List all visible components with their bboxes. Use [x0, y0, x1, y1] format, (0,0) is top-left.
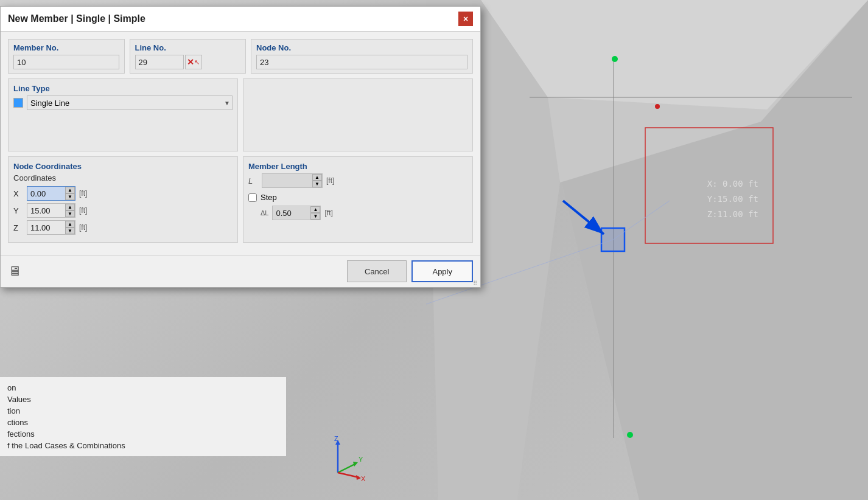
new-member-dialog: New Member | Single | Simple × Member No…: [0, 6, 481, 288]
line-no-input[interactable]: [135, 55, 184, 69]
svg-text:Y: Y: [359, 456, 363, 463]
node-no-label: Node No.: [256, 43, 467, 52]
footer-left: 🖥: [8, 263, 21, 279]
svg-point-8: [612, 56, 618, 62]
line-type-right-empty: [243, 78, 473, 151]
y-spinner-down[interactable]: ▼: [65, 210, 75, 217]
top-fields-row: Member No. Line No. ✕ ↖ Node No.: [8, 39, 473, 74]
step-label: Step: [261, 193, 277, 202]
member-no-label: Member No.: [13, 43, 119, 52]
l-input-wrapper: ▲ ▼: [262, 173, 323, 188]
y-spinner-up[interactable]: ▲: [65, 204, 75, 210]
node-no-group: Node No.: [251, 39, 473, 74]
viewport-z-coord: Z:11.00 ft: [707, 207, 758, 222]
line-no-label: Line No.: [135, 43, 241, 52]
clear-x-icon: ✕: [187, 57, 194, 67]
svg-marker-18: [353, 462, 358, 467]
x-spinner-up[interactable]: ▲: [65, 187, 75, 193]
l-label: L: [248, 176, 258, 186]
y-coord-row: Y ▲ ▼ [ft]: [13, 203, 233, 218]
sidebar-item-values: Values: [7, 394, 279, 405]
l-spinner-down[interactable]: ▼: [312, 181, 322, 187]
l-row: L ▲ ▼ [ft]: [248, 173, 467, 188]
apply-button[interactable]: Apply: [411, 260, 473, 282]
x-label: X: [13, 189, 23, 198]
sidebar-item-fections: fections: [7, 428, 279, 440]
dialog-body: Member No. Line No. ✕ ↖ Node No.: [1, 32, 480, 255]
z-spinner-up[interactable]: ▲: [65, 221, 75, 227]
coordinates-sublabel: Coordinates: [13, 173, 233, 182]
axis-indicator: Z Y X: [320, 436, 368, 485]
sidebar-item-tion: tion: [7, 405, 279, 417]
x-spinner-down[interactable]: ▼: [65, 193, 75, 200]
delta-l-spinner-down[interactable]: ▼: [310, 213, 320, 220]
x-unit: [ft]: [79, 189, 87, 198]
line-type-select-row: Single Line ▼: [13, 95, 233, 110]
line-no-group: Line No. ✕ ↖: [130, 39, 247, 74]
line-type-row: Line Type Single Line ▼: [8, 78, 473, 151]
svg-text:Z: Z: [334, 436, 338, 442]
line-type-select[interactable]: Single Line: [27, 95, 233, 110]
dialog-footer: 🖥 Cancel Apply: [1, 255, 480, 287]
delta-l-label: ΔL: [261, 209, 268, 217]
coords-length-row: Node Coordinates Coordinates X ▲ ▼ [ft]: [8, 156, 473, 243]
delta-l-unit: [ft]: [324, 209, 332, 217]
z-label: Z: [13, 223, 23, 232]
delta-l-wrapper: ▲ ▼: [272, 206, 321, 220]
cursor-icon: ↖: [194, 58, 200, 66]
line-type-section: Line Type Single Line ▼: [8, 78, 238, 151]
svg-line-19: [338, 473, 359, 477]
member-no-input[interactable]: [13, 55, 119, 69]
member-length-section: Member Length L ▲ ▼ [ft]: [243, 156, 473, 243]
sidebar-item-load-cases: f the Load Cases & Combinations: [7, 440, 279, 451]
viewport-x-coord: X: 0.00 ft: [707, 176, 758, 192]
dialog-titlebar: New Member | Single | Simple ×: [1, 7, 480, 32]
x-spinner: ▲ ▼: [65, 187, 75, 200]
z-coord-row: Z ▲ ▼ [ft]: [13, 220, 233, 235]
z-spinner: ▲ ▼: [65, 221, 75, 234]
member-no-group: Member No.: [8, 39, 125, 74]
svg-point-7: [655, 104, 660, 109]
x-coord-row: X ▲ ▼ [ft]: [13, 186, 233, 201]
x-input-wrapper: ▲ ▼: [27, 186, 75, 201]
y-unit: [ft]: [79, 206, 87, 215]
l-spinner: ▲ ▼: [312, 174, 322, 187]
z-input-wrapper: ▲ ▼: [27, 220, 75, 235]
step-checkbox[interactable]: [248, 193, 257, 202]
delta-l-spinner: ▲ ▼: [310, 206, 320, 220]
viewport-y-coord: Y:15.00 ft: [707, 192, 758, 207]
line-type-color-swatch: [13, 98, 23, 108]
sidebar-item-ctions: ctions: [7, 417, 279, 428]
line-no-row: ✕ ↖: [135, 55, 241, 69]
y-label: Y: [13, 206, 23, 215]
delta-l-row: ΔL ▲ ▼ [ft]: [248, 206, 467, 220]
viewport-coords: X: 0.00 ft Y:15.00 ft Z:11.00 ft: [707, 176, 758, 223]
node-coords-section: Node Coordinates Coordinates X ▲ ▼ [ft]: [8, 156, 238, 243]
line-no-clear-button[interactable]: ✕ ↖: [185, 55, 202, 69]
svg-marker-20: [356, 475, 361, 480]
svg-line-17: [338, 464, 356, 473]
close-button[interactable]: ×: [458, 12, 473, 26]
svg-point-9: [627, 432, 633, 438]
monitor-icon: 🖥: [8, 263, 21, 279]
cancel-button[interactable]: Cancel: [347, 260, 407, 282]
member-length-label: Member Length: [248, 162, 467, 171]
dialog-title: New Member | Single | Simple: [8, 13, 145, 24]
sidebar-item-on: on: [7, 382, 279, 394]
l-unit: [ft]: [326, 176, 334, 185]
z-spinner-down[interactable]: ▼: [65, 227, 75, 234]
line-type-label: Line Type: [13, 84, 233, 93]
resize-handle[interactable]: ⠿: [473, 280, 479, 286]
footer-right: Cancel Apply: [347, 260, 473, 282]
y-input-wrapper: ▲ ▼: [27, 203, 75, 218]
z-unit: [ft]: [79, 223, 87, 232]
delta-l-spinner-up[interactable]: ▲: [310, 206, 320, 213]
line-type-select-wrapper: Single Line ▼: [27, 95, 233, 110]
node-no-input[interactable]: [256, 55, 467, 69]
y-spinner: ▲ ▼: [65, 204, 75, 217]
sidebar-panel: on Values tion ctions fections f the Loa…: [0, 377, 286, 456]
svg-text:X: X: [361, 475, 366, 482]
step-row: Step: [248, 193, 467, 202]
node-coords-label: Node Coordinates: [13, 162, 233, 171]
l-spinner-up[interactable]: ▲: [312, 174, 322, 181]
